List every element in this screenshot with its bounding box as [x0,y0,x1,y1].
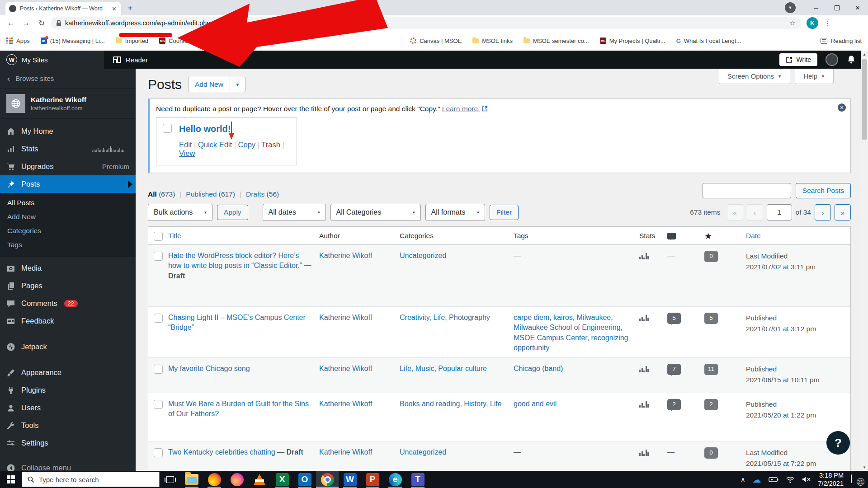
onedrive-icon[interactable]: ☁ [753,474,761,485]
reload-button[interactable]: ↻ [35,19,48,28]
quick-edit-link[interactable]: Quick Edit [198,141,232,149]
hello-world-checkbox[interactable] [163,124,172,133]
sidebar-item-pages[interactable]: Pages [0,277,136,295]
search-posts-input[interactable] [703,183,791,198]
search-posts-button[interactable]: Search Posts [796,183,851,198]
taskbar-outlook[interactable]: O [293,471,316,488]
row-checkbox[interactable] [154,448,163,457]
sidebar-item-jetpack[interactable]: Jetpack [0,338,136,356]
bookmark-msoe-links[interactable]: MSOE links [472,38,513,44]
filter-button[interactable]: Filter [490,205,519,220]
likes-badge[interactable]: 0 [704,447,718,459]
edit-link[interactable]: Edit [179,141,192,149]
url-bar[interactable]: katherinewikoff.wordpress.com/wp-admin/e… [51,17,801,29]
add-new-dropdown-button[interactable]: ▼ [230,77,245,92]
sidebar-item-appearance[interactable]: Appearance [0,364,136,381]
bookmark-apps[interactable]: Apps [6,38,30,44]
taskbar-vlc[interactable] [248,471,271,488]
reader-button[interactable]: Reader [104,51,157,69]
chrome-profile-chip[interactable]: ▼ [785,2,796,13]
author-link[interactable]: Katherine Wikoff [319,448,372,456]
tab-close-icon[interactable]: ✕ [111,5,118,12]
sidebar-item-settings[interactable]: Settings [0,434,136,452]
hello-world-title-link[interactable]: Hello world! [179,124,231,134]
comments-badge[interactable]: 2 [667,399,681,410]
notifications-bell-icon[interactable] [846,55,856,65]
bookmark-imported[interactable]: Imported [116,38,148,44]
stats-icon[interactable] [639,365,661,372]
sidebar-item-comments[interactable]: Comments 22 [0,295,136,312]
sidebar-item-tools[interactable]: Tools [0,417,136,434]
sidebar-item-feedback[interactable]: Feedback [0,312,136,330]
category-links[interactable]: Books and reading, History, Life [400,400,502,408]
prev-page-button[interactable]: ‹ [747,204,763,221]
help-button[interactable]: Help ▼ [795,69,834,84]
taskbar-search[interactable]: Type here to search [22,472,160,487]
sidebar-item-users[interactable]: Users [0,399,136,417]
category-links[interactable]: Uncategorized [400,448,446,456]
browser-profile-avatar[interactable]: K [807,17,818,29]
taskbar-teams[interactable]: T [406,471,429,488]
view-all[interactable]: All (673) [148,190,175,198]
wifi-icon[interactable] [786,476,795,483]
post-title-link[interactable]: My favorite Chicago song [168,365,250,372]
browser-menu-icon[interactable]: ⋮ [821,19,834,28]
battery-icon[interactable] [769,477,778,483]
volume-muted-icon[interactable] [802,476,811,483]
taskbar-clock[interactable]: 3:18 PM 7/2/2021 [818,471,844,488]
sidebar-item-my-home[interactable]: My Home [0,122,136,140]
scrollbar-down-icon[interactable]: ▼ [861,464,868,471]
sidebar-item-stats[interactable]: Stats [0,140,136,158]
author-link[interactable]: Katherine Wikoff [319,314,372,321]
bookmark-star-icon[interactable]: ☆ [790,19,796,27]
likes-badge[interactable]: 0 [704,251,718,262]
view-published[interactable]: Published (617) [186,190,235,198]
my-sites-button[interactable]: W My Sites [0,51,104,69]
scrollbar-thumb[interactable] [862,59,867,140]
taskbar-firefox-nightly[interactable] [226,471,248,488]
row-checkbox[interactable] [154,400,163,409]
tag-links[interactable]: Chicago (band) [514,365,563,372]
window-maximize-button[interactable] [826,0,847,15]
page-scrollbar[interactable]: ▲ ▼ [861,51,868,471]
sidebar-item-media[interactable]: Media [0,259,136,277]
sidebar-item-categories[interactable]: Categories [0,224,136,238]
author-link[interactable]: Katherine Wikoff [319,252,372,259]
category-links[interactable]: Creativity, Life, Photography [400,314,490,321]
new-tab-button[interactable]: + [127,3,133,14]
sidebar-item-plugins[interactable]: Plugins [0,381,136,399]
comments-badge[interactable]: 7 [667,364,681,375]
scrollbar-up-icon[interactable]: ▲ [861,51,868,58]
url-text[interactable]: katherinewikoff.wordpress.com/wp-admin/e… [65,19,786,27]
tag-links[interactable]: carpe diem, kairos, Milwaukee, Milwaukee… [514,314,628,352]
taskbar-edge[interactable]: e [384,471,406,488]
author-link[interactable]: Katherine Wikoff [319,365,372,372]
browse-sites-button[interactable]: ‹ Browse sites [0,69,136,89]
taskbar-chrome[interactable] [316,471,339,488]
action-center-button[interactable]: 21 [851,475,862,484]
site-card[interactable]: Katherine Wikoff katherinewikoff.com [0,89,136,119]
help-floating-button[interactable]: ? [826,431,850,455]
row-checkbox[interactable] [154,365,163,374]
bookmark-messaging[interactable]: in (15) Messaging | Li... [41,38,105,44]
view-drafts[interactable]: Drafts (56) [246,190,279,198]
forward-button[interactable]: → [20,19,33,28]
write-button[interactable]: Write [779,53,817,66]
window-minimize-button[interactable]: ─ [806,0,826,15]
comments-badge[interactable]: 5 [667,313,681,324]
stats-icon[interactable] [639,400,661,408]
taskbar-excel[interactable]: X [271,471,293,488]
author-link[interactable]: Katherine Wikoff [319,400,372,408]
view-link[interactable]: View [179,149,195,157]
bulk-actions-select[interactable]: Bulk actions▾ [148,204,212,221]
bookmark-canvas[interactable]: Canvas | MSOE [410,38,462,44]
window-close-button[interactable]: ✕ [847,0,868,15]
tray-show-hidden-icon[interactable]: ∧ [741,476,745,483]
tag-links[interactable]: good and evil [514,400,557,408]
post-title-link[interactable]: Hate the WordPress block editor? Here’s … [168,252,302,269]
back-button[interactable]: ← [5,19,17,28]
bookmark-course-description[interactable]: MS Course Description... [159,38,223,44]
formats-filter-select[interactable]: All formats▾ [425,204,485,221]
categories-filter-select[interactable]: All Categories▾ [330,204,421,221]
taskbar-firefox[interactable] [203,471,226,488]
